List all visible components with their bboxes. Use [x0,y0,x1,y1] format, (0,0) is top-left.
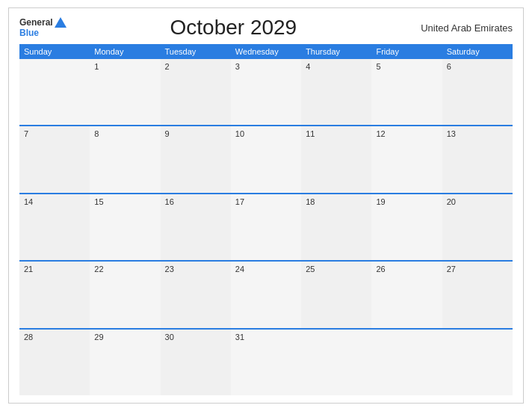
logo-triangle-icon [55,17,66,28]
logo: General Blue [19,17,66,39]
calendar-grid: Sunday Monday Tuesday Wednesday Thursday… [19,44,513,395]
day-cell: 6 [442,59,513,125]
day-cell: 29 [90,330,160,395]
day-cell [371,330,442,395]
calendar-header: General Blue October 2029 United Arab Em… [19,16,513,40]
week-row-4: 21 22 23 24 25 26 27 [19,262,513,329]
day-header-thursday: Thursday [301,44,371,59]
day-cell [301,330,371,395]
calendar-container: General Blue October 2029 United Arab Em… [8,7,524,404]
day-cell: 24 [231,262,301,327]
day-cell: 16 [161,194,231,260]
day-cell: 15 [90,194,160,260]
day-header-saturday: Saturday [442,44,513,59]
day-cell: 12 [371,126,442,192]
day-header-tuesday: Tuesday [161,44,231,59]
logo-general: General [19,17,53,28]
day-cell: 4 [301,59,371,125]
day-cell [19,59,90,125]
day-cell: 13 [442,126,513,192]
day-header-monday: Monday [90,44,160,59]
logo-blue: Blue [19,28,66,38]
day-cell: 21 [19,262,90,327]
weeks-container: 1 2 3 4 5 6 7 8 9 10 11 12 13 14 15 16 [19,59,513,395]
calendar-country: United Arab Emirates [400,22,513,34]
day-cell: 2 [161,59,231,125]
day-cell: 23 [161,262,231,327]
day-cell: 31 [231,330,301,395]
day-cell: 5 [371,59,442,125]
week-row-5: 28 29 30 31 [19,330,513,395]
day-cell: 17 [231,194,301,260]
week-row-3: 14 15 16 17 18 19 20 [19,194,513,262]
day-header-friday: Friday [371,44,442,59]
day-cell: 7 [19,126,90,192]
day-cell: 11 [301,126,371,192]
day-cell: 25 [301,262,371,327]
day-cell [442,330,513,395]
day-cell: 27 [442,262,513,327]
day-cell: 9 [161,126,231,192]
day-cell: 28 [19,330,90,395]
day-cell: 19 [371,194,442,260]
day-header-wednesday: Wednesday [231,44,301,59]
week-row-2: 7 8 9 10 11 12 13 [19,126,513,194]
week-row-1: 1 2 3 4 5 6 [19,59,513,126]
day-cell: 30 [161,330,231,395]
day-cell: 14 [19,194,90,260]
day-cell: 26 [371,262,442,327]
day-header-sunday: Sunday [19,44,90,59]
day-cell: 8 [90,126,160,192]
day-cell: 22 [90,262,160,327]
day-cell: 10 [231,126,301,192]
calendar-title: October 2029 [66,16,400,40]
day-cell: 1 [90,59,160,125]
day-cell: 18 [301,194,371,260]
day-cell: 20 [442,194,513,260]
day-cell: 3 [231,59,301,125]
days-header: Sunday Monday Tuesday Wednesday Thursday… [19,44,513,59]
